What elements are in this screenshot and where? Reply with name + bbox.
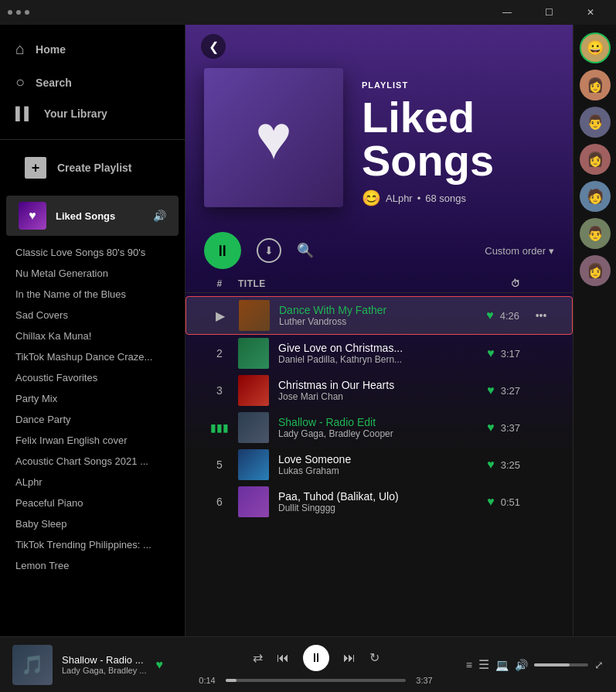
download-icon: ⬇ bbox=[264, 244, 274, 257]
friend-avatar-5[interactable]: 🧑 bbox=[580, 181, 611, 212]
device-button[interactable]: 💻 bbox=[495, 659, 509, 671]
progress-track[interactable] bbox=[226, 679, 406, 682]
playlist-item-3[interactable]: Sad Covers bbox=[0, 305, 185, 326]
track-row[interactable]: 2 Give Love on Christmas... Daniel Padil… bbox=[185, 335, 573, 372]
more-options-icon[interactable]: ••• bbox=[536, 309, 547, 322]
playlist-item-6[interactable]: Acoustic Favorites bbox=[0, 367, 185, 388]
friend-avatar-6[interactable]: 👨 bbox=[580, 218, 611, 249]
create-playlist-icon: + bbox=[25, 157, 46, 179]
home-icon: ⌂ bbox=[15, 40, 25, 58]
track-heart-icon: ♥ bbox=[487, 346, 495, 360]
friend-avatar-2[interactable]: 👩 bbox=[580, 70, 611, 101]
sidebar-item-home[interactable]: ⌂ Home bbox=[0, 32, 185, 66]
track-info-cell: Shallow - Radio Edit Lady Gaga, Bradley … bbox=[238, 412, 465, 443]
track-num-cell: 2 bbox=[201, 347, 238, 360]
liked-songs-item[interactable]: ♥ Liked Songs 🔊 bbox=[6, 196, 179, 236]
track-text: Paa, Tuhod (Balikat, Ulo) Dullit Singggg bbox=[278, 490, 399, 513]
track-row[interactable]: 5 Love Someone Lukas Graham ♥ 3:25 bbox=[185, 446, 573, 483]
track-heart-icon: ♥ bbox=[487, 458, 495, 472]
current-time: 0:14 bbox=[195, 676, 220, 685]
liked-heart-icon[interactable]: ♥ bbox=[155, 658, 163, 672]
create-playlist-button[interactable]: + Create Playlist bbox=[9, 149, 175, 186]
playlist-item-2[interactable]: In the Name of the Blues bbox=[0, 284, 185, 305]
playlist-item-8[interactable]: Dance Party bbox=[0, 409, 185, 430]
next-button[interactable]: ⏭ bbox=[343, 651, 356, 665]
track-row[interactable]: 6 Paa, Tuhod (Balikat, Ulo) Dullit Singg… bbox=[185, 483, 573, 520]
shuffle-button[interactable]: ⇄ bbox=[253, 650, 263, 665]
track-info-cell: Dance With My Father Luther Vandross bbox=[239, 300, 464, 331]
track-duration: 3:25 bbox=[501, 459, 520, 471]
sidebar-item-search[interactable]: ○ Search bbox=[0, 66, 185, 99]
sidebar-item-library-label: Your Library bbox=[44, 107, 107, 120]
fullscreen-button[interactable]: ⤢ bbox=[594, 659, 604, 671]
user-emoji: 😊 bbox=[362, 189, 381, 207]
track-num-cell: 5 bbox=[201, 458, 238, 471]
queue-button[interactable]: ☰ bbox=[478, 657, 489, 672]
track-thumbnail bbox=[239, 300, 270, 331]
lyrics-button[interactable]: ≡ bbox=[466, 659, 472, 671]
now-playing-thumb: 🎵 bbox=[12, 645, 53, 685]
playlist-item-15[interactable]: Lemon Tree bbox=[0, 555, 185, 576]
now-playing-title: Shallow - Radio ... bbox=[62, 654, 146, 666]
play-button[interactable]: ⏸ bbox=[303, 645, 329, 671]
track-num-cell: ▶ bbox=[202, 309, 239, 323]
repeat-button[interactable]: ↻ bbox=[369, 650, 379, 665]
sidebar: ⌂ Home ○ Search ▌▌ Your Library + Create… bbox=[0, 25, 185, 636]
create-playlist-section: + Create Playlist bbox=[0, 143, 185, 193]
playlist-item-5[interactable]: TikTok Mashup Dance Craze... bbox=[0, 346, 185, 367]
track-row[interactable]: 3 Christmas in Our Hearts Jose Mari Chan… bbox=[185, 372, 573, 409]
track-more-cell: ••• bbox=[526, 309, 556, 322]
search-icon: ○ bbox=[15, 73, 25, 91]
playlist-item-7[interactable]: Party Mix bbox=[0, 388, 185, 409]
track-num-cell: 3 bbox=[201, 384, 238, 397]
play-pause-button[interactable]: ⏸ bbox=[204, 232, 241, 269]
track-thumbnail bbox=[238, 486, 269, 517]
track-thumbnail bbox=[238, 449, 269, 480]
friend-avatar-3[interactable]: 👨 bbox=[580, 107, 611, 138]
track-row[interactable]: ▶ Dance With My Father Luther Vandross ♥… bbox=[185, 296, 573, 335]
window-dots bbox=[8, 10, 29, 15]
playlist-item-1[interactable]: Nu Metal Generation bbox=[0, 263, 185, 284]
maximize-button[interactable]: ☐ bbox=[531, 0, 567, 25]
back-button[interactable]: ❮ bbox=[201, 34, 226, 59]
track-artist: Jose Mari Chan bbox=[278, 391, 394, 402]
playlist-item-0[interactable]: Classic Love Songs 80's 90's bbox=[0, 242, 185, 263]
track-number: 5 bbox=[216, 458, 223, 471]
volume-track[interactable] bbox=[534, 663, 588, 666]
right-panel: 😀 👩 👨 👩 🧑 👨 👩 bbox=[573, 25, 616, 636]
track-artist: Lukas Graham bbox=[278, 465, 351, 476]
playlist-item-14[interactable]: TikTok Trending Philippines: ... bbox=[0, 534, 185, 555]
player-controls: ⇄ ⏮ ⏸ ⏭ ↻ 0:14 3:37 bbox=[195, 645, 437, 685]
sidebar-item-library[interactable]: ▌▌ Your Library bbox=[0, 99, 185, 128]
track-heart-icon: ♥ bbox=[486, 309, 494, 322]
friend-avatar-7[interactable]: 👩 bbox=[580, 255, 611, 286]
track-heart-icon: ♥ bbox=[487, 495, 495, 509]
playlist-item-9[interactable]: Felix Irwan English cover bbox=[0, 430, 185, 451]
track-text: Give Love on Christmas... Daniel Padilla… bbox=[278, 342, 403, 365]
playlist-item-4[interactable]: Chillax Ka Muna! bbox=[0, 326, 185, 346]
now-playing-artist: Lady Gaga, Bradley ... bbox=[62, 666, 146, 675]
library-icon: ▌▌ bbox=[15, 107, 33, 121]
friend-avatar-4[interactable]: 👩 bbox=[580, 144, 611, 175]
playlist-item-10[interactable]: Acoustic Chart Songs 2021 ... bbox=[0, 451, 185, 472]
close-button[interactable]: ✕ bbox=[573, 0, 608, 25]
friend-avatar-1[interactable]: 😀 bbox=[580, 32, 611, 63]
playlist-item-12[interactable]: Peaceful Piano bbox=[0, 493, 185, 513]
track-row[interactable]: ▮▮▮ Shallow - Radio Edit Lady Gaga, Brad… bbox=[185, 409, 573, 446]
volume-icon-button[interactable]: 🔊 bbox=[515, 659, 528, 671]
custom-order-dropdown[interactable]: Custom order ▾ bbox=[485, 245, 554, 257]
now-playing-text: Shallow - Radio ... Lady Gaga, Bradley .… bbox=[62, 654, 146, 675]
download-button[interactable]: ⬇ bbox=[257, 238, 281, 263]
player-right: ≡ ☰ 💻 🔊 ⤢ bbox=[449, 657, 604, 672]
track-liked-cell: ♥ 0:51 bbox=[465, 495, 526, 509]
track-artist: Luther Vandross bbox=[279, 316, 386, 327]
playlist-item-13[interactable]: Baby Sleep bbox=[0, 513, 185, 534]
minimize-button[interactable]: — bbox=[489, 0, 525, 25]
prev-button[interactable]: ⏮ bbox=[277, 651, 289, 665]
tracks-header: # TITLE ⏱ bbox=[185, 275, 573, 293]
liked-songs-text: Liked Songs bbox=[56, 210, 144, 222]
track-duration: 0:51 bbox=[501, 496, 520, 508]
search-tracks-icon[interactable]: 🔍 bbox=[297, 242, 314, 259]
track-duration: 4:26 bbox=[500, 310, 519, 322]
playlist-item-11[interactable]: ALphr bbox=[0, 472, 185, 493]
